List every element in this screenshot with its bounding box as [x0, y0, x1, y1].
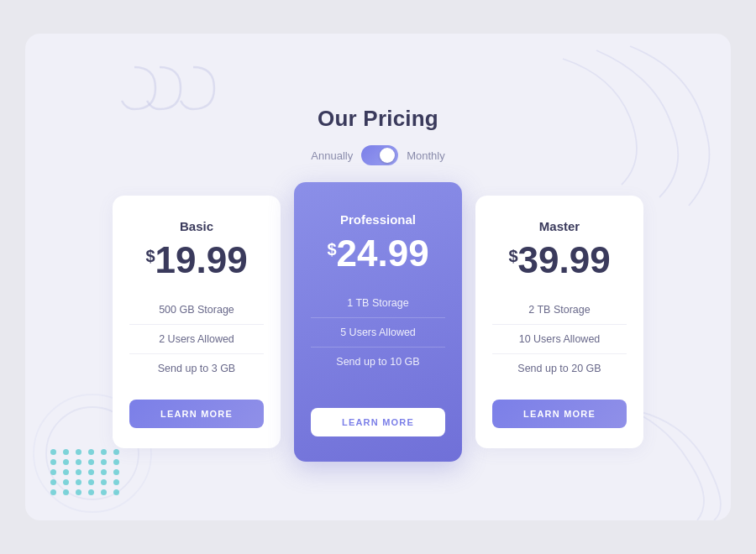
features-professional: 1 TB Storage5 Users AllowedSend up to 10… [311, 289, 445, 376]
decorative-dot [63, 489, 69, 495]
page-title: Our Pricing [318, 106, 438, 132]
decorative-dots [50, 449, 122, 495]
monthly-label: Monthly [407, 149, 445, 162]
plan-card-professional: Professional$24.991 TB Storage5 Users Al… [294, 182, 462, 462]
decorative-dot [113, 449, 119, 455]
plan-name-master: Master [539, 219, 580, 233]
price-amount-professional: 24.99 [337, 235, 429, 272]
plans-container: Basic$19.99500 GB Storage2 Users Allowed… [113, 196, 643, 448]
decorative-dot [76, 479, 81, 485]
decorative-dot [63, 449, 69, 455]
feature-item: Send up to 3 GB [129, 354, 264, 383]
plan-card-basic: Basic$19.99500 GB Storage2 Users Allowed… [113, 196, 281, 448]
feature-item: 5 Users Allowed [311, 318, 445, 348]
features-master: 2 TB Storage10 Users AllowedSend up to 2… [492, 295, 627, 383]
decorative-dot [101, 479, 107, 485]
learn-more-button-professional[interactable]: LEARN MORE [311, 408, 445, 436]
decorative-dot [101, 469, 107, 475]
billing-toggle-row: Annually Monthly [311, 145, 444, 165]
learn-more-button-master[interactable]: LEARN MORE [492, 400, 627, 428]
feature-item: 500 GB Storage [129, 295, 264, 325]
feature-item: 2 Users Allowed [129, 325, 264, 354]
price-symbol-master: $ [508, 247, 517, 266]
decorative-dot [88, 479, 94, 485]
decorative-dot [63, 479, 69, 485]
decorative-dot [88, 459, 94, 465]
decorative-dot [101, 489, 107, 495]
billing-toggle[interactable] [361, 145, 398, 165]
annually-label: Annually [311, 149, 353, 162]
decorative-dot [101, 449, 107, 455]
learn-more-button-basic[interactable]: LEARN MORE [129, 400, 264, 428]
feature-item: 1 TB Storage [311, 289, 445, 318]
decorative-dot [76, 459, 81, 465]
plan-name-professional: Professional [340, 212, 416, 227]
decorative-dot [88, 489, 94, 495]
price-symbol-professional: $ [327, 240, 336, 259]
pricing-card: Our Pricing Annually Monthly Basic$19.99… [25, 34, 731, 520]
main-content: Our Pricing Annually Monthly Basic$19.99… [25, 106, 731, 448]
price-symbol-basic: $ [145, 247, 155, 266]
decorative-dot [76, 489, 81, 495]
decorative-dot [113, 469, 119, 475]
decorative-dot [50, 469, 56, 475]
decorative-dot [113, 459, 119, 465]
feature-item: 2 TB Storage [492, 295, 627, 325]
decorative-dot [76, 469, 81, 475]
decorative-dot [50, 489, 56, 495]
feature-item: 10 Users Allowed [492, 325, 627, 354]
price-row-basic: $19.99 [145, 242, 247, 279]
decorative-dot [76, 449, 81, 455]
price-amount-basic: 19.99 [155, 242, 248, 279]
decorative-dot [63, 459, 69, 465]
decorative-dot [88, 469, 94, 475]
decorative-dot [63, 469, 69, 475]
feature-item: Send up to 10 GB [311, 348, 445, 376]
price-row-master: $39.99 [508, 242, 610, 279]
decorative-dot [50, 459, 56, 465]
decorative-dot [101, 459, 107, 465]
plan-name-basic: Basic [180, 219, 213, 233]
price-amount-master: 39.99 [518, 242, 611, 279]
decorative-dot [113, 489, 119, 495]
decorative-dot [88, 449, 94, 455]
plan-card-master: Master$39.992 TB Storage10 Users Allowed… [475, 196, 643, 448]
decorative-dot [50, 449, 56, 455]
price-row-professional: $24.99 [327, 235, 428, 272]
decorative-dot [113, 479, 119, 485]
decorative-dot [50, 479, 56, 485]
feature-item: Send up to 20 GB [492, 354, 627, 383]
features-basic: 500 GB Storage2 Users AllowedSend up to … [129, 295, 264, 383]
